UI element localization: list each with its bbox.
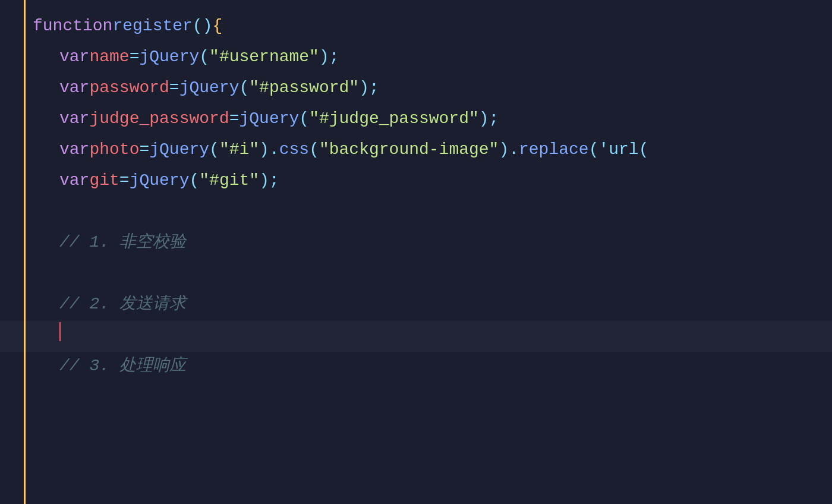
keyword-var: var bbox=[59, 106, 89, 133]
keyword-var: var bbox=[59, 44, 89, 71]
variable-name: name bbox=[89, 44, 129, 71]
punctuation: () bbox=[193, 13, 213, 40]
operator: = bbox=[229, 106, 239, 133]
operator: = bbox=[119, 168, 130, 194]
code-line: var password = jQuery("#password"); bbox=[0, 74, 832, 105]
punctuation: ( bbox=[189, 168, 199, 194]
operator: = bbox=[169, 75, 179, 102]
variable-name: judge_password bbox=[89, 106, 229, 133]
keyword-var: var bbox=[59, 75, 89, 102]
code-line-empty bbox=[0, 259, 832, 290]
code-line: var judge_password = jQuery("#judge_pass… bbox=[0, 105, 832, 136]
comment-response: // 3. 处理响应 bbox=[59, 353, 186, 380]
punctuation: ( bbox=[309, 137, 319, 163]
keyword-var: var bbox=[59, 168, 89, 194]
punctuation: ( bbox=[209, 137, 219, 163]
string-literal: "#judge_password" bbox=[309, 106, 479, 133]
code-line: var photo = jQuery("#i").css("background… bbox=[0, 136, 832, 166]
code-line: // 2. 发送请求 bbox=[0, 290, 832, 321]
code-line: var git = jQuery("#git"); bbox=[0, 166, 832, 197]
string-literal: "background-image" bbox=[319, 137, 499, 163]
code-line-active[interactable] bbox=[0, 321, 832, 352]
code-line-empty bbox=[0, 475, 832, 504]
code-line-empty bbox=[0, 197, 832, 228]
string-literal: "#git" bbox=[199, 168, 259, 194]
text-cursor bbox=[59, 322, 61, 341]
variable-name: git bbox=[89, 168, 119, 194]
punctuation: ). bbox=[259, 137, 279, 163]
jquery-call: jQuery bbox=[239, 106, 299, 133]
variable-name: photo bbox=[89, 137, 139, 163]
punctuation: ( bbox=[239, 75, 249, 102]
jquery-call: jQuery bbox=[149, 137, 209, 163]
keyword-function: function bbox=[33, 13, 112, 40]
code-line: function register() { bbox=[0, 12, 832, 43]
string-literal: "#password" bbox=[249, 75, 359, 102]
code-editor: function register() { var name = jQuery(… bbox=[0, 0, 832, 504]
function-name: register bbox=[112, 13, 192, 40]
code-line-empty bbox=[0, 414, 832, 445]
open-brace: { bbox=[212, 13, 222, 40]
string-literal: "#username" bbox=[209, 44, 319, 71]
punctuation: ); bbox=[479, 106, 499, 133]
variable-name: password bbox=[89, 75, 169, 102]
code-line-empty bbox=[0, 445, 832, 475]
operator: = bbox=[130, 44, 140, 71]
code-line: // 1. 非空校验 bbox=[0, 228, 832, 259]
method-css: css bbox=[279, 137, 309, 163]
punctuation: ); bbox=[259, 168, 279, 194]
jquery-call: jQuery bbox=[179, 75, 239, 102]
method-replace: replace bbox=[519, 137, 589, 163]
string-literal: "#i" bbox=[219, 137, 259, 163]
punctuation: ('url( bbox=[589, 137, 649, 163]
punctuation: ( bbox=[299, 106, 309, 133]
keyword-var: var bbox=[59, 137, 89, 163]
punctuation: ( bbox=[199, 44, 209, 71]
punctuation: ). bbox=[499, 137, 519, 163]
jquery-call: jQuery bbox=[130, 168, 190, 194]
comment-validation: // 1. 非空校验 bbox=[59, 229, 186, 256]
operator: = bbox=[139, 137, 149, 163]
code-line: var name = jQuery("#username"); bbox=[0, 43, 832, 74]
comment-request: // 2. 发送请求 bbox=[59, 291, 186, 318]
jquery-call: jQuery bbox=[139, 44, 199, 71]
punctuation: ); bbox=[319, 44, 339, 71]
punctuation: ); bbox=[359, 75, 379, 102]
code-line-empty bbox=[0, 383, 832, 414]
code-line: // 3. 处理响应 bbox=[0, 352, 832, 383]
